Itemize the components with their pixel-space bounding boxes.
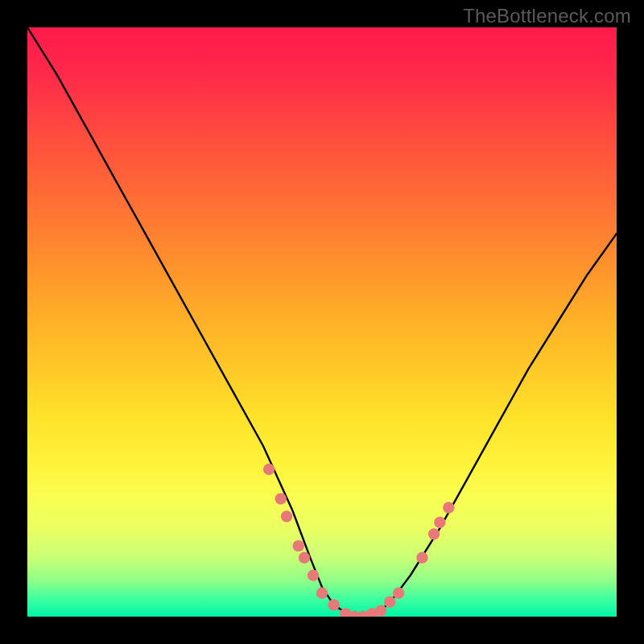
- chart-gradient-background: [27, 27, 617, 617]
- marker-point: [428, 528, 440, 539]
- marker-point: [308, 570, 319, 581]
- marker-point: [316, 588, 328, 599]
- marker-point: [293, 540, 304, 551]
- marker-point: [375, 605, 386, 616]
- marker-point: [299, 552, 310, 564]
- marker-point: [434, 517, 445, 528]
- watermark-text: TheBottleneck.com: [463, 5, 631, 27]
- marker-point: [263, 464, 275, 475]
- marker-point: [416, 552, 427, 564]
- marker-point: [328, 599, 339, 610]
- marker-point: [275, 493, 287, 504]
- highlighted-markers: [27, 27, 617, 617]
- marker-point: [443, 502, 454, 513]
- marker-point: [281, 510, 292, 522]
- marker-point: [384, 597, 395, 608]
- marker-point: [393, 588, 404, 599]
